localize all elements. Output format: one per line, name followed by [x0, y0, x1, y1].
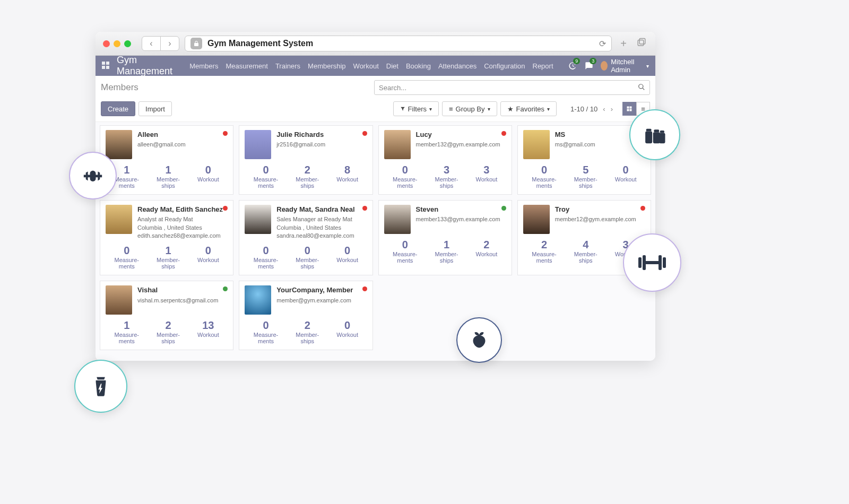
- stat-workout[interactable]: 13 Workout: [197, 320, 219, 344]
- stat-workout[interactable]: 3 Workout: [475, 164, 497, 189]
- stat-memberships[interactable]: 3 Member-ships: [435, 164, 458, 189]
- pager-next-button[interactable]: ›: [611, 105, 613, 113]
- status-indicator[interactable]: [501, 206, 506, 211]
- status-indicator[interactable]: [501, 131, 506, 136]
- tabs-icon[interactable]: [635, 38, 648, 50]
- supplement-jars-decoration-icon: [629, 109, 680, 160]
- minimize-window-icon[interactable]: [114, 40, 120, 47]
- member-name: Lucy: [416, 130, 500, 140]
- nav-configuration[interactable]: Configuration: [484, 62, 525, 70]
- stat-measurements[interactable]: 0 Measure-ments: [254, 320, 278, 344]
- stat-workout[interactable]: 0 Workout: [197, 164, 219, 189]
- stat-memberships[interactable]: 5 Member-ships: [574, 164, 597, 189]
- svg-rect-16: [663, 257, 666, 268]
- stat-memberships[interactable]: 1 Member-ships: [157, 164, 180, 189]
- stat-measurements[interactable]: 1 Measure-ments: [115, 164, 139, 189]
- favorites-dropdown[interactable]: ★ Favorites: [500, 101, 557, 116]
- create-button[interactable]: Create: [101, 101, 135, 116]
- member-card[interactable]: Ready Mat, Sandra Neal Sales Manager at …: [239, 200, 372, 275]
- pager-text: 1-10 / 10: [570, 105, 597, 113]
- status-indicator[interactable]: [362, 286, 367, 291]
- search-input[interactable]: Search...: [374, 80, 650, 95]
- stat-measurements[interactable]: 0 Measure-ments: [393, 239, 417, 264]
- stat-workout[interactable]: 2 Workout: [475, 239, 497, 264]
- nav-diet[interactable]: Diet: [386, 62, 398, 70]
- stat-measurements[interactable]: 0 Measure-ments: [254, 245, 278, 270]
- stat-measurements[interactable]: 1 Measure-ments: [115, 320, 139, 344]
- member-card[interactable]: Alleen alleen@gmail.com 1 Measure-ments …: [100, 125, 233, 195]
- member-name: Julie Richards: [276, 130, 325, 140]
- member-card[interactable]: Vishal vishal.m.serpentcs@gmail.com 1 Me…: [100, 281, 233, 350]
- status-indicator[interactable]: [362, 131, 367, 136]
- member-card[interactable]: Steven member133@gym.example.com 0 Measu…: [378, 200, 512, 275]
- member-card[interactable]: YourCompany, Member member@gym.example.c…: [239, 281, 372, 350]
- apps-icon[interactable]: [102, 62, 109, 70]
- nav-members[interactable]: Members: [189, 62, 218, 70]
- status-indicator[interactable]: [362, 206, 367, 211]
- stat-measurements[interactable]: 0 Measure-ments: [393, 164, 417, 189]
- list-icon: ≡: [449, 105, 453, 113]
- search-icon[interactable]: [638, 83, 645, 92]
- member-card[interactable]: Lucy member132@gym.example.com 0 Measure…: [378, 125, 512, 195]
- kanban-view-button[interactable]: [622, 102, 636, 116]
- groupby-dropdown[interactable]: ≡ Group By: [442, 101, 497, 116]
- browser-forward-button[interactable]: ›: [160, 36, 179, 51]
- member-info: Vishal vishal.m.serpentcs@gmail.com: [137, 285, 218, 315]
- stat-workout[interactable]: 0 Workout: [336, 245, 358, 270]
- stat-memberships[interactable]: 1 Member-ships: [435, 239, 458, 264]
- nav-booking[interactable]: Booking: [406, 62, 431, 70]
- messages-badge: 3: [590, 58, 596, 64]
- reload-icon[interactable]: ⟳: [599, 39, 606, 49]
- member-name: Steven: [416, 205, 500, 214]
- pager-prev-button[interactable]: ‹: [603, 105, 605, 113]
- member-subtext: member132@gym.example.com: [416, 141, 500, 149]
- member-subtext: Columbia , United States: [276, 224, 354, 232]
- nav-report[interactable]: Report: [533, 62, 553, 70]
- activities-icon[interactable]: 9: [568, 60, 577, 72]
- member-subtext: sandra.neal80@example.com: [276, 232, 354, 240]
- member-avatar: [384, 130, 411, 159]
- member-subtext: member@gym.example.com: [276, 297, 353, 305]
- stat-measurements[interactable]: 0 Measure-ments: [254, 164, 278, 189]
- stat-measurements[interactable]: 0 Measure-ments: [532, 164, 556, 189]
- filters-dropdown[interactable]: Filters: [393, 101, 439, 116]
- close-window-icon[interactable]: [103, 40, 110, 47]
- svg-rect-5: [630, 109, 632, 111]
- import-button[interactable]: Import: [138, 101, 172, 116]
- stat-workout[interactable]: 0 Workout: [336, 320, 358, 344]
- new-tab-icon[interactable]: +: [617, 38, 630, 50]
- nav-membership[interactable]: Membership: [308, 62, 346, 70]
- stat-measurements[interactable]: 2 Measure-ments: [532, 239, 556, 264]
- svg-rect-13: [643, 255, 646, 270]
- stat-memberships[interactable]: 2 Member-ships: [296, 164, 319, 189]
- nav-trainers[interactable]: Trainers: [275, 62, 300, 70]
- svg-rect-0: [638, 40, 644, 46]
- nav-workout[interactable]: Workout: [353, 62, 379, 70]
- stat-workout[interactable]: 0 Workout: [615, 164, 637, 189]
- stat-measurements[interactable]: 0 Measure-ments: [115, 245, 139, 270]
- app-navbar: Gym Management MembersMeasurementTrainer…: [96, 56, 655, 76]
- user-menu[interactable]: Mitchell Admin ▾: [601, 58, 649, 74]
- stat-workout[interactable]: 8 Workout: [336, 164, 358, 189]
- status-indicator[interactable]: [640, 206, 645, 211]
- stat-memberships[interactable]: 0 Member-ships: [296, 245, 319, 270]
- stat-memberships[interactable]: 2 Member-ships: [296, 320, 319, 344]
- member-name: Ready Mat, Sandra Neal: [276, 205, 354, 214]
- browser-url-bar[interactable]: Gym Management System ⟳: [185, 36, 612, 51]
- maximize-window-icon[interactable]: [124, 40, 131, 47]
- nav-measurement[interactable]: Measurement: [226, 62, 267, 70]
- member-subtext: member133@gym.example.com: [416, 215, 500, 223]
- stat-workout[interactable]: 0 Workout: [197, 245, 219, 270]
- activities-badge: 9: [573, 58, 580, 64]
- nav-attendances[interactable]: Attendances: [438, 62, 477, 70]
- browser-back-button[interactable]: ‹: [142, 36, 161, 51]
- svg-rect-2: [627, 107, 629, 109]
- messages-icon[interactable]: 3: [584, 60, 593, 72]
- member-avatar: [523, 205, 550, 234]
- stat-memberships[interactable]: 1 Member-ships: [157, 245, 180, 270]
- stat-memberships[interactable]: 2 Member-ships: [157, 320, 180, 344]
- stat-memberships[interactable]: 4 Member-ships: [574, 239, 597, 264]
- member-card[interactable]: Ready Mat, Edith Sanchez Analyst at Read…: [100, 200, 233, 275]
- browser-nav-buttons: ‹ ›: [142, 36, 179, 51]
- member-card[interactable]: Julie Richards jr2516@gmail.com 0 Measur…: [239, 125, 372, 195]
